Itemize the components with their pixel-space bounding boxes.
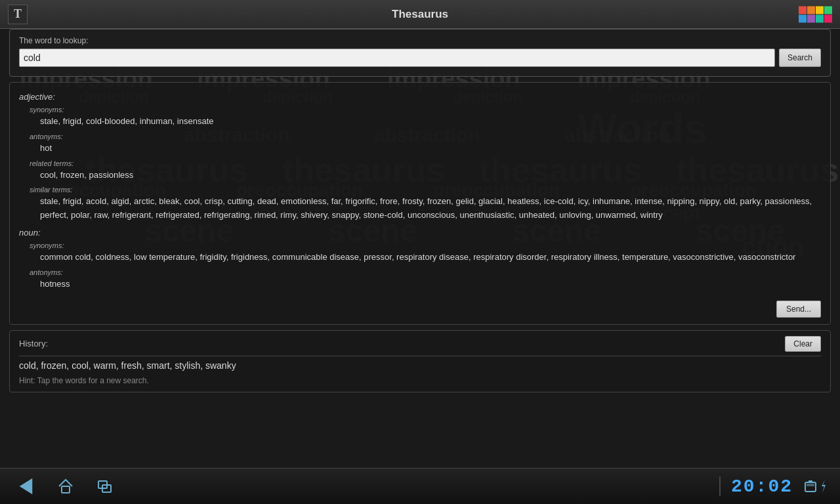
history-words[interactable]: cold, frozen, cool, warm, fresh, smart, … [19,356,821,371]
app-icon: T [8,5,28,24]
svg-rect-6 [807,484,814,486]
taskbar-separator [719,476,721,496]
home-button[interactable] [52,473,79,499]
clear-button[interactable]: Clear [785,336,821,352]
adjective-label: adjective: [19,92,821,102]
search-section: The word to lookup: Search [9,29,831,77]
antonyms-label-adj: antonyms: [19,133,821,140]
synonyms-adj: stale, frigid, cold-blooded, inhuman, in… [19,115,821,129]
back-button[interactable] [13,473,39,499]
search-input[interactable] [19,49,775,67]
svg-marker-0 [21,480,32,493]
similar-adj: stale, frigid, acold, algid, arctic, ble… [19,195,821,222]
noun-label: noun: [19,228,821,238]
synonyms-label-adj: synonyms: [19,106,821,114]
history-section: History: Clear cold, frozen, cool, warm,… [9,330,831,392]
related-adj: cool, frozen, passionless [19,169,821,182]
search-button[interactable]: Search [779,49,821,67]
noun-section: noun: synonyms: common cold, coldness, l… [19,228,821,291]
related-label-adj: related terms: [19,159,821,167]
search-row: Search [19,49,821,67]
antonyms-adj: hot [19,142,821,156]
app-title: Thesaurus [392,8,448,21]
taskbar: 20:02 [0,468,840,504]
main-panel: The word to lookup: Search adjective: sy… [9,29,831,468]
hint-text: Hint: Tap the words for a new search. [19,376,821,385]
antonyms-label-noun: antonyms: [19,268,821,276]
taskbar-time: 20:02 [731,476,793,497]
adjective-section: adjective: synonyms: stale, frigid, cold… [19,92,821,222]
windows-button[interactable] [92,473,118,499]
svg-marker-7 [822,480,826,493]
svg-rect-5 [808,480,812,483]
titlebar: T Thesaurus [0,0,840,29]
color-grid [799,6,832,22]
svg-rect-1 [62,486,70,493]
history-label: History: [19,339,48,348]
synonyms-noun: common cold, coldness, low temperature, … [19,251,821,264]
battery-icon [803,477,827,495]
history-header: History: Clear [19,336,821,352]
results-section: adjective: synonyms: stale, frigid, cold… [9,82,831,325]
send-button[interactable]: Send... [776,301,821,318]
similar-label-adj: similar terms: [19,186,821,194]
antonyms-noun: hotness [19,278,821,291]
lookup-label: The word to lookup: [19,36,821,45]
synonyms-label-noun: synonyms: [19,242,821,249]
